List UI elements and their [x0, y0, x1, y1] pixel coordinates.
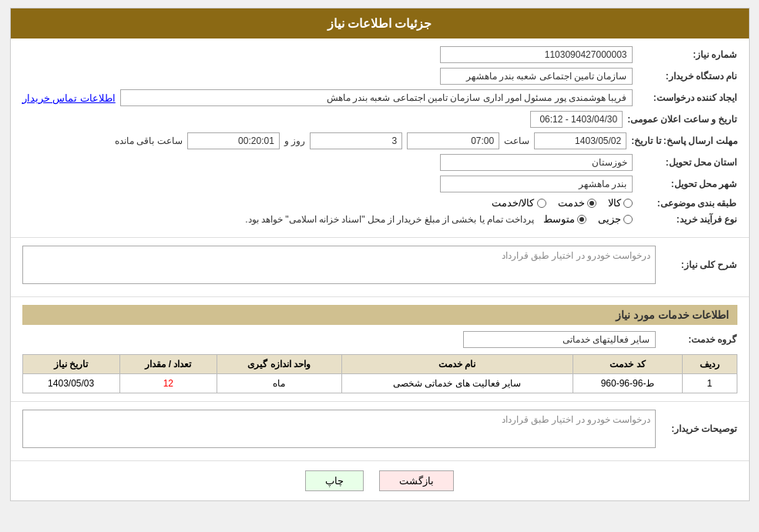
col-date: تاریخ نیاز [22, 355, 119, 374]
buyer-desc-row: توصیحات خریدار: درخواست خودرو در اختیار … [22, 410, 737, 448]
radio-khedmat[interactable] [587, 199, 596, 208]
cell-date: 1403/05/03 [22, 374, 119, 393]
group-value: سایر فعالیتهای خدماتی [463, 331, 656, 348]
buyer-desc-label: توصیحات خریدار: [660, 423, 737, 434]
deadline-day: 3 [310, 132, 402, 149]
services-section: اطلاعات خدمات مورد نیاز گروه خدمت: سایر … [11, 297, 749, 402]
page-container: جزئیات اطلاعات نیاز شماره نیاز: 11030904… [10, 8, 750, 501]
col-row-num: ردیف [683, 355, 737, 374]
need-number-value: 1103090427000003 [440, 46, 633, 63]
services-title: اطلاعات خدمات مورد نیاز [22, 305, 737, 325]
deadline-time-label: ساعت [504, 136, 529, 146]
need-desc-box: درخواست خودرو در اختیار طبق قرارداد [22, 246, 656, 284]
province-row: استان محل تحویل: خوزستان [22, 154, 737, 171]
city-label: شهر محل تحویل: [637, 179, 737, 189]
category-label: طبقه بندی موضوعی: [637, 198, 737, 209]
cell-code: ط-96-96-960 [573, 374, 682, 393]
purchase-type-label: نوع فرآیند خرید: [637, 214, 737, 225]
radio-jozyi-label: جزیی [598, 213, 621, 225]
radio-motavaset-label: متوسط [543, 213, 575, 225]
cell-qty: 12 [119, 374, 217, 393]
cell-name: سایر فعالیت های خدماتی شخصی [341, 374, 573, 393]
radio-jozyi[interactable] [623, 215, 633, 224]
radio-kala-label: کالا [608, 197, 621, 209]
purchase-type-options: جزیی متوسط [543, 213, 633, 225]
purchase-type-row: نوع فرآیند خرید: جزیی متوسط پرداخت تمام … [22, 213, 737, 225]
announce-label: تاریخ و ساعت اعلان عمومی: [627, 114, 737, 125]
radio-kala[interactable] [623, 199, 633, 208]
need-desc-label: شرح کلی نیاز: [660, 259, 737, 270]
category-option-kala-khedmat: کالا/خدمت [492, 197, 546, 209]
need-description-section: شرح کلی نیاز: درخواست خودرو در اختیار طب… [11, 238, 749, 297]
cell-row-num: 1 [683, 374, 737, 393]
radio-kala-khedmat-label: کالا/خدمت [492, 197, 535, 209]
print-button[interactable]: چاپ [305, 470, 364, 491]
need-number-row: شماره نیاز: 1103090427000003 [22, 46, 737, 63]
back-button[interactable]: بازگشت [379, 470, 454, 491]
group-label: گروه خدمت: [660, 334, 737, 345]
category-options: کالا خدمت کالا/خدمت [492, 197, 633, 209]
services-table: ردیف کد خدمت نام خدمت واحد اندازه گیری ت… [22, 354, 737, 393]
creator-label: ایجاد کننده درخواست: [637, 92, 737, 103]
city-row: شهر محل تحویل: بندر ماهشهر [22, 176, 737, 192]
announce-row: تاریخ و ساعت اعلان عمومی: 1403/04/30 - 0… [22, 111, 737, 128]
creator-row: ایجاد کننده درخواست: فریبا هوشمندی پور م… [22, 89, 737, 106]
col-unit: واحد اندازه گیری [217, 355, 341, 374]
main-info-section: شماره نیاز: 1103090427000003 نام دستگاه … [11, 38, 749, 238]
buyer-description-section: توصیحات خریدار: درخواست خودرو در اختیار … [11, 402, 749, 461]
buyer-row: نام دستگاه خریدار: سازمان تامین اجتماعی … [22, 68, 737, 85]
deadline-date: 1403/05/02 [534, 132, 626, 149]
category-option-kala: کالا [608, 197, 633, 209]
buttons-row: بازگشت چاپ [11, 461, 749, 500]
buyer-label: نام دستگاه خریدار: [637, 71, 737, 82]
radio-motavaset[interactable] [577, 215, 586, 224]
need-number-label: شماره نیاز: [637, 49, 737, 60]
deadline-row: مهلت ارسال پاسخ: تا تاریخ: 1403/05/02 سا… [22, 132, 737, 149]
page-header: جزئیات اطلاعات نیاز [11, 8, 749, 38]
deadline-day-label: روز و [284, 136, 305, 146]
deadline-remaining-label: ساعت باقی مانده [115, 136, 183, 146]
need-desc-row: شرح کلی نیاز: درخواست خودرو در اختیار طب… [22, 246, 737, 284]
radio-kala-khedmat[interactable] [537, 199, 546, 208]
deadline-label: مهلت ارسال پاسخ: تا تاریخ: [631, 136, 737, 146]
table-row: 1 ط-96-96-960 سایر فعالیت های خدماتی شخص… [22, 374, 737, 393]
announce-value: 1403/04/30 - 06:12 [530, 111, 623, 128]
col-name: نام خدمت [341, 355, 573, 374]
purchase-option-motavaset: متوسط [543, 213, 586, 225]
province-value: خوزستان [440, 154, 633, 171]
category-option-khedmat: خدمت [558, 197, 596, 209]
buyer-value: سازمان تامین اجتماعی شعبه بندر ماهشهر [440, 68, 633, 85]
radio-khedmat-label: خدمت [558, 197, 585, 209]
deadline-time: 07:00 [407, 132, 499, 149]
page-title: جزئیات اطلاعات نیاز [327, 17, 432, 30]
creator-value: فریبا هوشمندی پور مسئول امور اداری سازما… [120, 89, 633, 106]
deadline-remaining: 00:20:01 [187, 132, 280, 149]
buyer-desc-box: درخواست خودرو در اختیار طبق قرارداد [22, 410, 656, 448]
province-label: استان محل تحویل: [637, 157, 737, 168]
purchase-note: پرداخت تمام یا بخشی از مبلغ خریدار از مح… [245, 214, 534, 225]
purchase-option-jozyi: جزیی [598, 213, 633, 225]
table-header-row: ردیف کد خدمت نام خدمت واحد اندازه گیری ت… [22, 355, 737, 374]
col-code: کد خدمت [573, 355, 682, 374]
creator-contact-link[interactable]: اطلاعات تماس خریدار [22, 92, 116, 104]
col-qty: تعداد / مقدار [119, 355, 217, 374]
city-value: بندر ماهشهر [440, 176, 633, 192]
cell-unit: ماه [217, 374, 341, 393]
group-service-row: گروه خدمت: سایر فعالیتهای خدماتی [22, 331, 737, 348]
category-row: طبقه بندی موضوعی: کالا خدمت کالا/خدمت [22, 197, 737, 209]
